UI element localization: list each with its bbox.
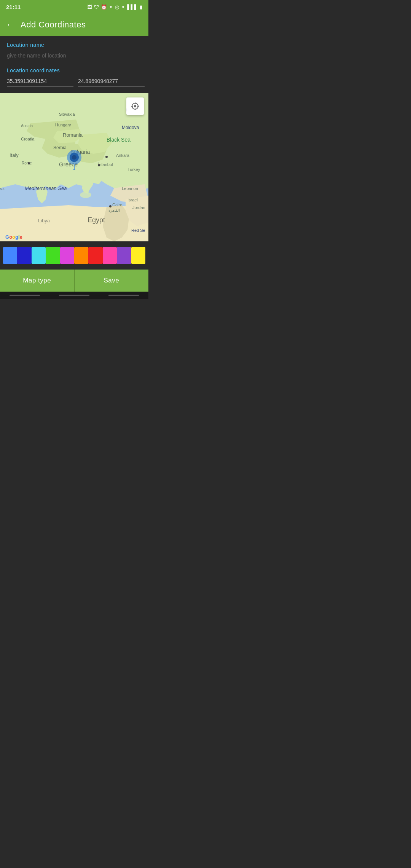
svg-text:Cairo: Cairo xyxy=(112,203,122,207)
map-pin xyxy=(67,150,81,171)
nav-bar xyxy=(0,292,148,299)
svg-point-34 xyxy=(109,205,112,207)
map-type-button[interactable]: Map type xyxy=(0,270,75,292)
alarm-icon: ⏰ xyxy=(101,4,107,10)
svg-text:Red Se: Red Se xyxy=(131,228,145,233)
svg-text:Croatia: Croatia xyxy=(21,137,35,141)
svg-text:Romania: Romania xyxy=(63,132,83,138)
svg-text:Lebanon: Lebanon xyxy=(122,186,138,191)
color-swatch-blue[interactable] xyxy=(3,247,17,264)
svg-point-31 xyxy=(28,162,30,164)
svg-text:Serbia: Serbia xyxy=(53,145,67,150)
save-button[interactable]: Save xyxy=(75,270,149,292)
color-palette xyxy=(0,241,148,270)
svg-point-38 xyxy=(72,155,76,160)
back-button[interactable]: ← xyxy=(6,20,14,30)
svg-text:Egypt: Egypt xyxy=(88,216,105,224)
svg-point-33 xyxy=(98,164,100,166)
svg-text:Black Sea: Black Sea xyxy=(107,137,131,143)
status-bar: 21:11 🖼 🛡 ⏰ ✦ ◎ ✦ ▌▌▌ ▮ xyxy=(0,0,148,14)
location-name-label: Location name xyxy=(7,42,142,48)
color-swatch-hotpink[interactable] xyxy=(103,247,117,264)
bottom-buttons: Map type Save xyxy=(0,270,148,292)
color-swatch-cyan[interactable] xyxy=(32,247,46,264)
svg-point-39 xyxy=(73,169,75,170)
color-swatch-red[interactable] xyxy=(88,247,102,264)
svg-text:Austria: Austria xyxy=(21,124,33,128)
bluetooth-icon: ✦ xyxy=(109,4,113,10)
nav-indicator-3 xyxy=(108,295,139,296)
svg-text:Hungary: Hungary xyxy=(55,123,71,127)
longitude-input[interactable] xyxy=(78,77,145,87)
svg-text:Mediterranean Sea: Mediterranean Sea xyxy=(25,185,67,191)
color-swatch-darkblue[interactable] xyxy=(17,247,31,264)
svg-text:Libya: Libya xyxy=(38,218,50,223)
location-coords-label: Location coordinates xyxy=(7,67,142,73)
svg-text:Israel: Israel xyxy=(127,198,138,202)
svg-text:Ankara: Ankara xyxy=(116,153,130,158)
svg-text:Rome: Rome xyxy=(22,161,32,165)
svg-point-41 xyxy=(134,105,136,107)
color-swatch-yellow[interactable] xyxy=(131,247,145,264)
svg-point-32 xyxy=(105,156,108,158)
color-swatch-green[interactable] xyxy=(46,247,60,264)
app-bar: ← Add Coordinates xyxy=(0,14,148,36)
svg-text:القاهرة: القاهرة xyxy=(108,208,120,213)
map-container[interactable]: Slovakia Ukraine Austria Hungary Moldova… xyxy=(0,93,148,241)
color-swatch-magenta[interactable] xyxy=(60,247,74,264)
color-swatch-purple[interactable] xyxy=(117,247,131,264)
svg-text:Turkey: Turkey xyxy=(127,167,140,172)
nav-indicator-1 xyxy=(10,295,40,296)
svg-text:sia: sia xyxy=(0,187,5,191)
svg-text:İstanbul: İstanbul xyxy=(98,162,113,167)
svg-text:Jordan: Jordan xyxy=(132,205,145,210)
signal-bars-icon: ▌▌▌ xyxy=(127,4,138,10)
color-swatch-orange[interactable] xyxy=(74,247,88,264)
svg-text:Slovakia: Slovakia xyxy=(59,112,75,116)
svg-point-3 xyxy=(80,192,91,198)
battery-icon: ▮ xyxy=(140,4,142,10)
form-area: Location name Location coordinates xyxy=(0,36,148,93)
svg-text:Google: Google xyxy=(5,234,22,240)
my-location-button[interactable] xyxy=(126,97,144,115)
page-title: Add Coordinates xyxy=(21,20,86,30)
nav-indicator-2 xyxy=(59,295,89,296)
gallery-icon: 🖼 xyxy=(87,4,92,10)
coords-row xyxy=(7,77,142,87)
location-icon: ◎ xyxy=(115,4,119,10)
status-time: 21:11 xyxy=(6,4,21,10)
svg-text:Moldova: Moldova xyxy=(122,125,139,130)
latitude-input[interactable] xyxy=(7,77,73,87)
nfc-icon: ✦ xyxy=(121,4,125,10)
svg-text:Italy: Italy xyxy=(10,152,19,158)
status-icons: 🖼 🛡 ⏰ ✦ ◎ ✦ ▌▌▌ ▮ xyxy=(87,4,142,10)
signal-icon: 🛡 xyxy=(94,4,99,10)
location-name-input[interactable] xyxy=(7,51,142,61)
